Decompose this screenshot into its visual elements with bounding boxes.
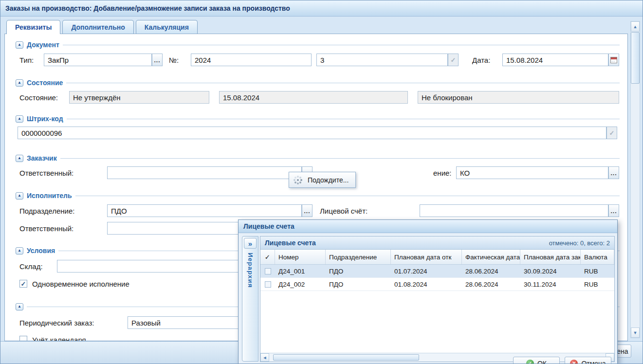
periodic-label: Периодический заказ: [19,316,94,329]
collapse-state-button[interactable]: ▲ [16,79,23,87]
group-title-state: Состояние [27,79,63,87]
collapse-document-button[interactable]: ▲ [16,41,23,49]
tab-hierarchy[interactable]: Иерархия [247,253,254,288]
collapse-arrow-icon: ▲ [18,249,21,253]
wait-popup: Подождите... [289,172,356,188]
group-header-executor: ▲ Исполнитель [16,192,620,200]
column-currency[interactable]: Валюта [581,250,614,264]
collapse-arrow-icon: ▲ [18,81,21,85]
grid-title: Лицевые счета [265,239,316,247]
group-title-conditions: Условия [27,247,55,255]
group-header-customer: ▲ Заказчик [16,154,620,162]
scroll-up-button[interactable]: ▲ [631,21,640,32]
table-row[interactable]: Д24_001 ПДО 01.07.2024 28.06.2024 30.09.… [260,265,614,278]
row-cell: ПДО [326,265,391,277]
executor-division-label: Подразделение: [19,204,74,217]
number-check-button[interactable]: ✓ [448,54,459,66]
row-cell: RUB [581,278,614,291]
account-browse-button[interactable]: ... [608,204,619,217]
row-checkbox[interactable] [265,281,271,288]
row-cell: ПДО [326,278,391,291]
customer-division-label: ение: [433,166,452,179]
collapse-arrow-icon: ▲ [18,43,21,47]
column-check[interactable]: ✓ [260,250,275,264]
customer-division-input[interactable] [456,166,608,179]
column-number[interactable]: Номер [275,250,326,264]
state-status-field: Не утверждён [69,91,209,104]
type-browse-button[interactable]: ... [152,54,163,66]
collapse-periodic-button[interactable]: ▲ [16,303,23,310]
barcode-check-button[interactable]: ✓ [606,127,617,139]
scroll-down-button[interactable]: ▼ [631,328,640,338]
ok-button[interactable]: ✓ ОК [513,357,560,364]
simultaneous-checkbox[interactable]: ✓ [19,280,27,288]
down-arrow-icon: ▼ [633,330,638,335]
collapse-conditions-button[interactable]: ▲ [16,247,23,255]
group-divider [63,45,620,45]
state-label: Состояние: [19,91,58,104]
collapse-arrow-icon: ▲ [18,117,21,121]
executor-division-browse-button[interactable]: ... [302,204,312,217]
row-cell: RUB [581,265,614,277]
column-plan-open[interactable]: Плановая дата отк [391,250,462,264]
doc-number-input[interactable] [316,54,448,66]
row-cell: 28.06.2024 [462,278,520,291]
cancel-icon: ✕ [570,360,578,364]
group-header-document: ▲ Документ [16,41,620,49]
scrollbar-thumb[interactable] [631,32,640,84]
row-cell: 01.08.2024 [391,278,462,291]
customer-responsible-input[interactable] [107,166,302,179]
tab-requisites[interactable]: Реквизиты [6,20,60,34]
number-label: №: [169,54,179,66]
hierarchy-expand-button[interactable]: » [244,238,257,249]
row-checkbox[interactable] [265,268,271,274]
hierarchy-strip: » Иерархия [242,236,258,362]
group-header-state: ▲ Состояние [16,79,620,87]
collapse-arrow-icon: ▲ [18,194,21,198]
row-cell: 28.06.2024 [462,265,520,277]
doc-date-input[interactable] [502,54,608,66]
type-label: Тип: [19,54,34,66]
executor-division-input[interactable] [107,204,302,217]
group-divider [60,158,620,159]
column-division[interactable]: Подразделение [326,250,391,264]
calendar-checkbox[interactable] [19,336,27,341]
grid-column-headers: ✓ Номер Подразделение Плановая дата отк … [260,250,614,265]
calendar-button[interactable] [608,54,619,66]
dialog-cancel-button[interactable]: ✕ Отмена [565,357,611,364]
row-cell [260,265,275,277]
executor-responsible-label: Ответственный: [19,222,73,235]
collapse-arrow-icon: ▲ [18,305,21,309]
customer-responsible-label: Ответственный: [19,166,73,179]
tab-bar: Реквизиты Дополнительно Калькуляция [6,20,198,34]
column-plan-close[interactable]: Плановая дата зак [520,250,581,264]
group-header-barcode: ▲ Штрих-код [16,115,620,123]
calendar-checkbox-label: Учёт календаря [32,333,86,341]
collapse-barcode-button[interactable]: ▲ [16,115,23,123]
date-label: Дата: [472,54,490,66]
state-date-field: 15.08.2024 [219,91,408,104]
calendar-icon [610,57,617,63]
customer-division-browse-button[interactable]: ... [608,166,619,179]
doc-year-input[interactable] [191,54,312,66]
ok-label: ОК [537,360,547,364]
tab-additional[interactable]: Дополнительно [62,20,133,34]
warehouse-label: Склад: [19,260,43,273]
grid-empty-area [260,291,614,353]
account-input[interactable] [420,204,608,217]
row-cell: 30.11.2024 [520,278,581,291]
collapse-customer-button[interactable]: ▲ [16,155,23,162]
row-cell: Д24_001 [275,265,326,277]
window-title: Заказы на производство: Добавление/размн… [5,4,290,12]
group-divider [66,83,620,83]
account-label: Лицевой счёт: [320,204,367,217]
tab-calculation[interactable]: Калькуляция [136,20,198,34]
ok-icon: ✓ [526,360,534,364]
collapse-executor-button[interactable]: ▲ [16,192,23,200]
column-fact-date[interactable]: Фактическая дата [462,250,520,264]
doc-type-input[interactable] [44,54,152,66]
barcode-input[interactable] [18,127,606,139]
row-cell: 01.07.2024 [391,265,462,277]
table-row[interactable]: Д24_002 ПДО 01.08.2024 28.06.2024 30.11.… [260,278,614,291]
collapse-arrow-icon: ▲ [18,156,21,160]
